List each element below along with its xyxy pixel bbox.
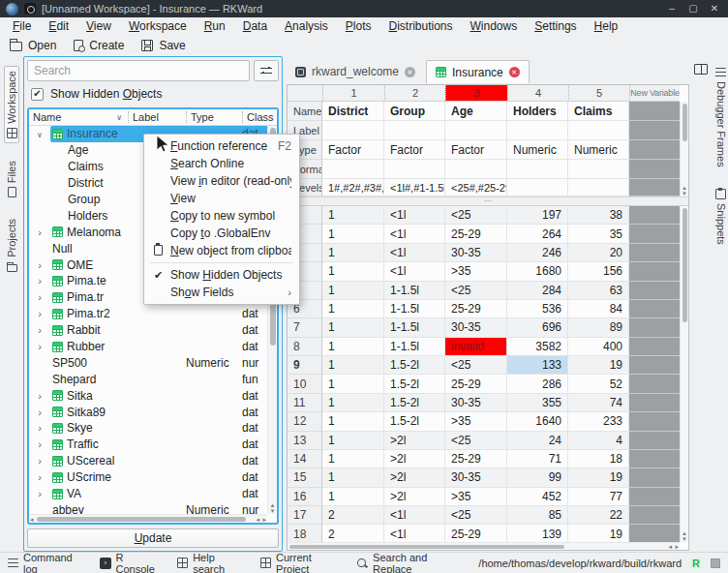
- data-cell[interactable]: 77: [568, 488, 629, 506]
- new-variable-cell[interactable]: [629, 206, 680, 225]
- data-cell[interactable]: >2l: [384, 450, 445, 468]
- statusbar-command-log[interactable]: Command log: [8, 552, 85, 573]
- menu-help[interactable]: Help: [586, 18, 627, 34]
- expand-arrow-icon[interactable]: ›: [38, 226, 42, 238]
- table-horizontal-scrollbar[interactable]: ◂▸: [288, 542, 680, 550]
- row-header-15[interactable]: 15: [288, 468, 322, 487]
- new-variable-cell[interactable]: [629, 225, 680, 243]
- tree-item-body[interactable]: Sitka89dat: [50, 404, 267, 420]
- menu-analysis[interactable]: Analysis: [276, 18, 337, 34]
- meta-cell[interactable]: Claims: [568, 102, 629, 121]
- tree-expand-gutter[interactable]: ›: [29, 290, 50, 304]
- expand-arrow-icon[interactable]: ›: [38, 438, 42, 450]
- new-variable-cell[interactable]: [629, 338, 680, 356]
- tree-column-name[interactable]: Name∨: [29, 111, 128, 123]
- menu-item-copy-to-new-symbol[interactable]: Copy to new symbol: [144, 207, 299, 225]
- minimize-button[interactable]: –: [664, 0, 680, 17]
- data-cell[interactable]: 1: [322, 225, 384, 243]
- data-cell[interactable]: <1l: [384, 244, 445, 262]
- meta-cell[interactable]: [507, 121, 568, 140]
- data-cell[interactable]: 284: [507, 282, 568, 300]
- row-header-13[interactable]: 13: [288, 432, 322, 450]
- data-cell[interactable]: 1: [322, 282, 384, 300]
- data-cell[interactable]: <1l: [384, 225, 445, 243]
- data-cell[interactable]: 1: [322, 244, 384, 262]
- tree-item-body[interactable]: UScrimedat: [50, 469, 267, 486]
- row-header-18[interactable]: 18: [288, 525, 322, 543]
- data-cell[interactable]: 156: [568, 262, 629, 281]
- meta-cell[interactable]: [445, 160, 507, 179]
- tree-item-pima.tr2[interactable]: ›Pima.tr2dat: [29, 306, 267, 322]
- menu-file[interactable]: File: [4, 18, 40, 34]
- menu-item-view-in-editor-read-only-[interactable]: View in editor (read-only): [144, 172, 299, 190]
- data-cell[interactable]: 1: [322, 488, 384, 506]
- tree-item-body[interactable]: Shepardfun: [50, 371, 267, 387]
- tree-item-body[interactable]: abbeyNumericnur: [50, 501, 267, 514]
- meta-data-splitter[interactable]: ⋯: [288, 196, 688, 206]
- tree-item-sp500[interactable]: SP500Numericnur: [29, 354, 267, 371]
- menu-workspace[interactable]: Workspace: [120, 18, 196, 34]
- data-cell[interactable]: 74: [568, 394, 629, 412]
- data-cell[interactable]: 19: [568, 525, 629, 543]
- meta-cell[interactable]: Factor: [322, 140, 384, 160]
- data-cell[interactable]: 19: [568, 356, 629, 375]
- expand-arrow-icon[interactable]: ›: [38, 407, 42, 418]
- meta-cell[interactable]: Holders: [507, 102, 568, 121]
- data-cell[interactable]: <25: [445, 356, 507, 375]
- data-cell[interactable]: 1640: [507, 412, 568, 431]
- tree-item-traffic[interactable]: ›Trafficdat: [29, 437, 267, 453]
- new-variable-cell[interactable]: [629, 102, 680, 121]
- statusbar-current-project[interactable]: Current Project: [260, 552, 343, 573]
- tree-column-class[interactable]: Class: [242, 111, 277, 123]
- meta-cell[interactable]: [568, 179, 629, 196]
- document-tab-rkward_welcome[interactable]: rkward_welcome✕: [287, 60, 424, 83]
- menu-item-show-hidden-objects[interactable]: ✔Show Hidden Objects: [144, 266, 299, 284]
- data-cell[interactable]: 1.5-2l: [384, 394, 445, 412]
- dock-tab-workspace[interactable]: Workspace: [4, 66, 19, 143]
- statusbar-help-search[interactable]: Help search: [177, 552, 246, 573]
- expand-arrow-icon[interactable]: ›: [38, 324, 42, 336]
- tab-close-icon[interactable]: ✕: [509, 67, 520, 77]
- update-button[interactable]: Update: [27, 528, 279, 548]
- data-vscroll-arrows[interactable]: ▲▼: [681, 530, 688, 542]
- meta-cell[interactable]: <1l#,#1-1.5l#,...: [384, 179, 445, 196]
- data-cell[interactable]: 1: [322, 338, 384, 356]
- tree-expand-gutter[interactable]: ›: [29, 454, 50, 467]
- tree-item-shepard[interactable]: Shepardfun: [29, 371, 267, 387]
- meta-cell[interactable]: [384, 121, 445, 140]
- row-header-16[interactable]: 16: [288, 488, 322, 506]
- data-cell[interactable]: 400: [568, 338, 629, 356]
- data-cell[interactable]: <1l: [384, 506, 445, 525]
- new-variable-cell[interactable]: [629, 282, 680, 300]
- expand-arrow-icon[interactable]: ›: [38, 422, 42, 434]
- meta-cell[interactable]: 1#,#2#,#3#,#4: [322, 179, 384, 196]
- tree-item-uscereal[interactable]: ›UScerealdat: [29, 453, 267, 469]
- tree-expand-gutter[interactable]: ›: [29, 258, 50, 272]
- row-header-10[interactable]: 10: [288, 375, 322, 393]
- data-cell[interactable]: <25: [445, 432, 507, 450]
- meta-cell[interactable]: Factor: [384, 140, 445, 160]
- save-button[interactable]: Save: [141, 39, 185, 52]
- menu-item-show-fields[interactable]: Show Fields›: [144, 284, 299, 301]
- new-variable-cell[interactable]: [629, 179, 680, 196]
- data-cell[interactable]: 1.5-2l: [384, 412, 445, 431]
- show-hidden-row[interactable]: ✔ Show Hidden Objects: [31, 83, 279, 105]
- data-cell[interactable]: 3582: [507, 338, 568, 356]
- meta-cell[interactable]: [322, 160, 384, 179]
- dock-tab-files[interactable]: Files: [5, 157, 18, 201]
- r-engine-status[interactable]: R: [689, 558, 703, 569]
- new-variable-cell[interactable]: [629, 300, 680, 318]
- data-cell[interactable]: 1: [322, 262, 384, 281]
- data-cell[interactable]: 1: [322, 206, 384, 225]
- data-cell[interactable]: 1.5-2l: [384, 375, 445, 393]
- data-cell[interactable]: <25: [445, 506, 507, 525]
- expand-arrow-icon[interactable]: ›: [38, 259, 42, 271]
- row-header-17[interactable]: 17: [288, 506, 322, 525]
- data-cell[interactable]: 1680: [507, 262, 568, 281]
- menu-item-function-reference[interactable]: Function referenceF2: [144, 137, 299, 155]
- menu-edit[interactable]: Edit: [40, 18, 77, 34]
- data-cell[interactable]: 25-29: [445, 225, 507, 243]
- tree-expand-gutter[interactable]: ›: [29, 323, 50, 337]
- data-cell[interactable]: 84: [568, 300, 629, 318]
- tree-item-body[interactable]: UScerealdat: [50, 453, 267, 469]
